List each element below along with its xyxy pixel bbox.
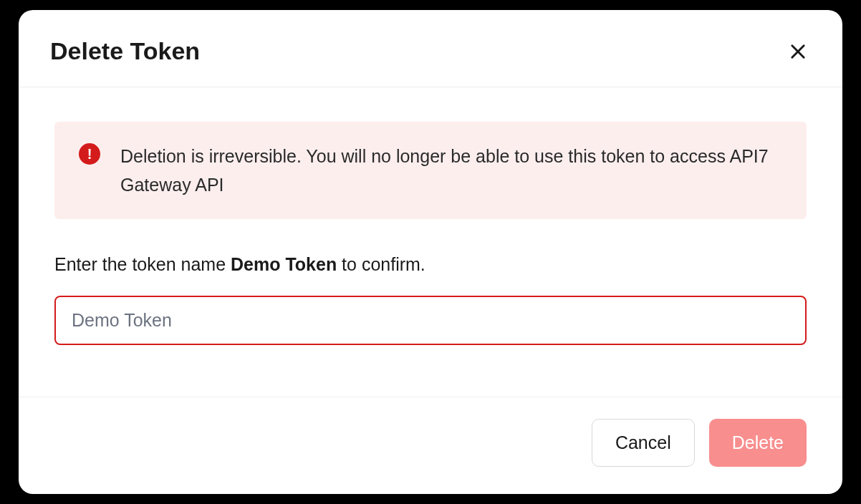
modal-body: ! Deletion is irreversible. You will no … — [19, 87, 842, 397]
warning-alert: ! Deletion is irreversible. You will no … — [54, 122, 807, 219]
close-icon — [788, 42, 808, 62]
confirm-prefix: Enter the token name — [54, 254, 231, 274]
token-name-bold: Demo Token — [231, 254, 337, 274]
confirm-suffix: to confirm. — [337, 254, 425, 274]
exclamation-icon: ! — [79, 143, 100, 165]
delete-token-modal: Delete Token ! Deletion is irreversible.… — [19, 10, 842, 494]
modal-title: Delete Token — [50, 37, 200, 65]
cancel-button[interactable]: Cancel — [592, 419, 695, 467]
modal-footer: Cancel Delete — [19, 397, 842, 494]
warning-message: Deletion is irreversible. You will no lo… — [120, 142, 782, 199]
delete-button[interactable]: Delete — [709, 419, 807, 467]
modal-header: Delete Token — [19, 10, 842, 87]
token-name-input[interactable] — [54, 296, 807, 345]
close-button[interactable] — [785, 39, 811, 64]
confirm-instruction: Enter the token name Demo Token to confi… — [54, 252, 807, 277]
